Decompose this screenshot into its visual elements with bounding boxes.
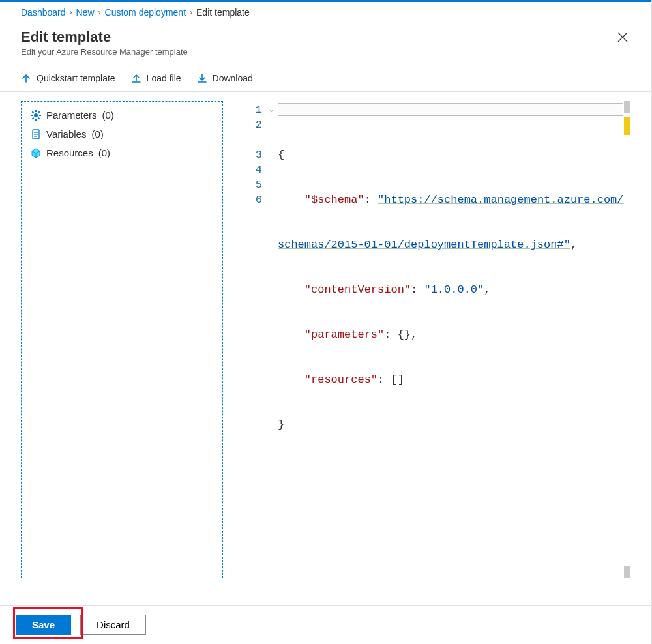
quickstart-template-button[interactable]: Quickstart template: [21, 72, 115, 85]
quickstart-template-label: Quickstart template: [37, 73, 115, 83]
breadcrumb-current: Edit template: [196, 7, 250, 18]
tree-variables-label: Variables: [46, 128, 86, 139]
tree-parameters-count: (0): [102, 110, 114, 121]
svg-line-7: [32, 117, 33, 119]
breadcrumb-dashboard[interactable]: Dashboard: [21, 7, 66, 18]
editor-selection: [278, 103, 623, 116]
tree-variables-count: (0): [91, 128, 103, 139]
breadcrumb-custom-deployment[interactable]: Custom deployment: [105, 7, 186, 18]
load-file-button[interactable]: Load file: [131, 72, 181, 85]
tree-resources-label: Resources: [46, 147, 93, 158]
editor-fold-column: ⌄: [265, 101, 278, 578]
tree-item-resources[interactable]: Resources (0): [29, 143, 215, 162]
fold-toggle-icon[interactable]: ⌄: [265, 102, 278, 117]
gear-icon: [31, 110, 41, 121]
template-tree: Parameters (0) Variables (0) Resources (…: [21, 101, 223, 578]
tree-resources-count: (0): [98, 147, 110, 158]
scrollbar-bottom-stub[interactable]: [624, 566, 630, 578]
download-button[interactable]: Download: [197, 72, 253, 85]
svg-line-8: [38, 111, 40, 113]
editor-gutter: 1 2 3 4 5 6: [236, 101, 265, 578]
chevron-right-icon: ›: [70, 8, 72, 17]
chevron-right-icon: ›: [190, 8, 192, 17]
arrow-up-icon: [21, 73, 31, 83]
editor-content[interactable]: { "$schema": "https://schema.management.…: [278, 101, 630, 578]
close-icon: [617, 32, 628, 42]
svg-line-5: [32, 111, 33, 113]
toolbar: Quickstart template Load file Download: [0, 65, 651, 92]
code-editor[interactable]: 1 2 3 4 5 6 ⌄ { "$schema": "https://sche…: [236, 101, 630, 578]
download-icon: [197, 73, 207, 83]
tree-parameters-label: Parameters: [46, 110, 97, 121]
tree-item-variables[interactable]: Variables (0): [29, 124, 215, 143]
page-subtitle: Edit your Azure Resource Manager templat…: [21, 47, 188, 57]
footer: Save Discard: [0, 605, 651, 644]
upload-icon: [131, 73, 141, 83]
save-button[interactable]: Save: [16, 615, 71, 635]
breadcrumb: Dashboard › New › Custom deployment › Ed…: [0, 2, 651, 22]
svg-line-6: [38, 117, 40, 119]
document-icon: [31, 129, 41, 139]
close-button[interactable]: [615, 29, 630, 47]
tree-item-parameters[interactable]: Parameters (0): [29, 106, 215, 124]
svg-point-0: [34, 113, 38, 117]
cube-icon: [31, 148, 41, 158]
page-title: Edit template: [21, 29, 188, 46]
minimap-highlight: [624, 117, 630, 135]
scrollbar-top-stub[interactable]: [624, 101, 630, 113]
load-file-label: Load file: [147, 73, 181, 83]
breadcrumb-new[interactable]: New: [76, 7, 95, 18]
discard-button[interactable]: Discard: [80, 615, 146, 635]
chevron-right-icon: ›: [98, 8, 101, 17]
download-label: Download: [213, 73, 253, 83]
